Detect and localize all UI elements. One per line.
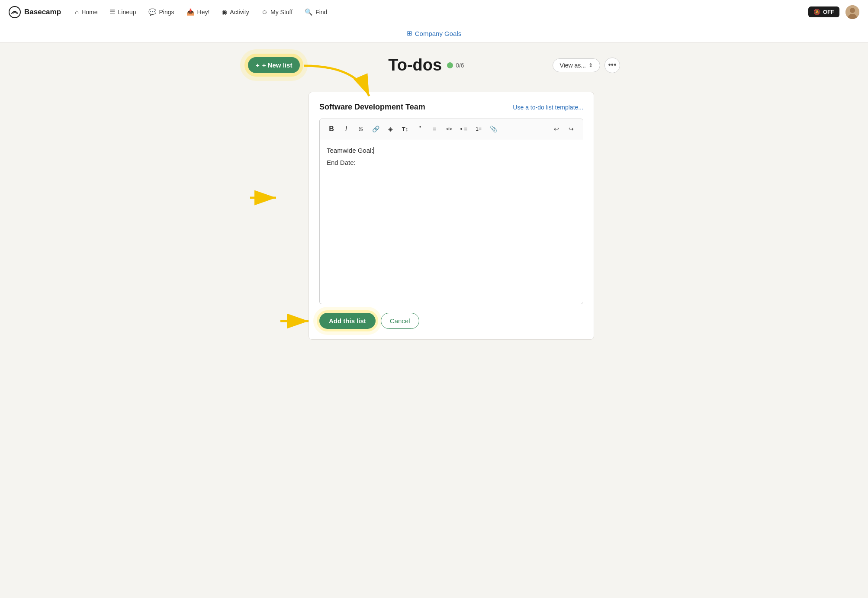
lineup-icon: ☰ xyxy=(109,8,115,16)
brand-logo[interactable]: Basecamp xyxy=(9,6,61,18)
text-cursor xyxy=(373,147,374,154)
status-dot-icon xyxy=(447,62,453,68)
form-actions: Add this list Cancel xyxy=(319,313,419,329)
avatar-image xyxy=(845,5,859,19)
home-icon: ⌂ xyxy=(75,8,79,16)
view-as-button[interactable]: View as... ⇕ xyxy=(553,58,600,72)
nav-hey[interactable]: 📥 Hey! xyxy=(181,6,215,19)
highlight-icon: ◈ xyxy=(388,125,393,132)
editor-toolbar: B I S 🔗 ◈ T↕ xyxy=(320,119,583,139)
nav-lineup[interactable]: ☰ Lineup xyxy=(104,6,141,19)
notif-status-label: OFF xyxy=(823,9,834,15)
todo-status: 0/6 xyxy=(447,62,464,69)
new-list-button[interactable]: + + New list xyxy=(248,57,300,73)
notif-bell-icon: 🔕 xyxy=(813,9,820,15)
toolbar-link-button[interactable]: 🔗 xyxy=(369,122,382,135)
toolbar-align-button[interactable]: ≡ xyxy=(428,122,441,135)
toolbar-numbered-list-button[interactable]: 1≡ xyxy=(472,122,485,135)
activity-icon: ◉ xyxy=(222,8,227,16)
italic-icon: I xyxy=(345,125,347,133)
status-count: 0/6 xyxy=(456,62,464,69)
blockquote-icon: " xyxy=(418,125,421,133)
view-as-label: View as... xyxy=(560,62,586,69)
new-list-label: + New list xyxy=(262,61,293,69)
toolbar-redo-button[interactable]: ↪ xyxy=(565,122,578,135)
mystuff-icon: ☺ xyxy=(261,8,268,16)
template-link-label: Use a to-do list template... xyxy=(513,104,583,111)
nav-activity-label: Activity xyxy=(230,9,249,16)
cancel-label: Cancel xyxy=(390,317,410,325)
align-icon: ≡ xyxy=(433,125,436,132)
toolbar-highlight-button[interactable]: ◈ xyxy=(384,122,397,135)
new-list-form: Software Development Team Use a to-do li… xyxy=(309,92,594,340)
toolbar-code-button[interactable]: <> xyxy=(443,122,456,135)
basecamp-logo-icon xyxy=(9,6,21,18)
nav-find-label: Find xyxy=(315,9,327,16)
form-card-header: Software Development Team Use a to-do li… xyxy=(319,103,583,112)
nav-home-label: Home xyxy=(81,9,97,16)
bullet-list-icon: • ≡ xyxy=(460,125,468,132)
add-this-list-button[interactable]: Add this list xyxy=(319,313,376,329)
form-actions-row: Add this list Cancel xyxy=(319,313,583,329)
editor-wrapper: B I S 🔗 ◈ T↕ xyxy=(319,119,583,304)
nav-home[interactable]: ⌂ Home xyxy=(70,6,103,18)
notification-toggle[interactable]: 🔕 OFF xyxy=(808,6,839,17)
nav-pings-label: Pings xyxy=(159,9,174,16)
editor-line-1: Teamwide Goal: xyxy=(327,145,576,156)
plus-icon: + xyxy=(256,61,260,69)
hey-icon: 📥 xyxy=(186,8,195,16)
cancel-button[interactable]: Cancel xyxy=(381,313,419,329)
main-content: + + New list To-dos 0/6 View as... ⇕ ••• xyxy=(239,43,629,353)
avatar-svg xyxy=(845,5,859,19)
pings-icon: 💬 xyxy=(148,8,157,16)
find-icon: 🔍 xyxy=(305,8,313,16)
form-title: Software Development Team xyxy=(319,103,425,112)
toolbar-blockquote-button[interactable]: " xyxy=(413,122,426,135)
toolbar-bullet-list-button[interactable]: • ≡ xyxy=(457,122,470,135)
left-arrow-svg xyxy=(248,187,283,209)
toolbar-undo-button[interactable]: ↩ xyxy=(550,122,563,135)
template-link[interactable]: Use a to-do list template... xyxy=(513,104,583,111)
page-title-area: To-dos 0/6 xyxy=(300,56,552,74)
navbar: Basecamp ⌂ Home ☰ Lineup 💬 Pings 📥 Hey! … xyxy=(0,0,868,24)
left-arrow-container xyxy=(248,92,283,209)
page-actions: View as... ⇕ ••• xyxy=(553,58,620,73)
text-size-icon: T↕ xyxy=(402,126,408,132)
breadcrumb-label: Company Goals xyxy=(415,30,462,37)
brand-name: Basecamp xyxy=(24,8,61,16)
breadcrumb-link[interactable]: ⊞ Company Goals xyxy=(407,29,462,37)
add-list-label: Add this list xyxy=(329,317,366,325)
attachment-icon: 📎 xyxy=(490,125,497,132)
toolbar-bold-button[interactable]: B xyxy=(325,122,338,135)
undo-icon: ↩ xyxy=(554,125,559,132)
nav-pings[interactable]: 💬 Pings xyxy=(143,6,180,19)
toolbar-strikethrough-button[interactable]: S xyxy=(354,122,367,135)
svg-point-2 xyxy=(850,8,855,13)
numbered-list-icon: 1≡ xyxy=(476,126,482,132)
chevron-down-icon: ⇕ xyxy=(588,62,593,68)
form-row: Software Development Team Use a to-do li… xyxy=(248,92,620,340)
page-title: To-dos xyxy=(388,56,442,74)
nav-find[interactable]: 🔍 Find xyxy=(299,6,332,19)
toolbar-attachment-button[interactable]: 📎 xyxy=(487,122,500,135)
breadcrumb-grid-icon: ⊞ xyxy=(407,29,412,37)
nav-mystuff-label: My Stuff xyxy=(270,9,293,16)
editor-body[interactable]: Teamwide Goal: End Date: xyxy=(320,139,583,304)
code-icon: <> xyxy=(446,126,452,132)
link-icon: 🔗 xyxy=(372,125,379,132)
breadcrumb-bar: ⊞ Company Goals xyxy=(0,24,868,43)
bold-icon: B xyxy=(329,125,334,133)
page-header: + + New list To-dos 0/6 View as... ⇕ ••• xyxy=(248,56,620,74)
toolbar-italic-button[interactable]: I xyxy=(340,122,353,135)
user-avatar[interactable] xyxy=(845,5,859,19)
more-options-button[interactable]: ••• xyxy=(604,58,620,73)
nav-lineup-label: Lineup xyxy=(118,9,136,16)
editor-line-2: End Date: xyxy=(327,158,576,168)
nav-hey-label: Hey! xyxy=(197,9,210,16)
toolbar-text-size-button[interactable]: T↕ xyxy=(399,122,411,135)
nav-activity[interactable]: ◉ Activity xyxy=(216,6,254,19)
bottom-arrow-svg xyxy=(278,310,313,332)
ellipsis-icon: ••• xyxy=(608,61,617,70)
nav-mystuff[interactable]: ☺ My Stuff xyxy=(256,6,298,18)
redo-icon: ↪ xyxy=(569,125,574,132)
